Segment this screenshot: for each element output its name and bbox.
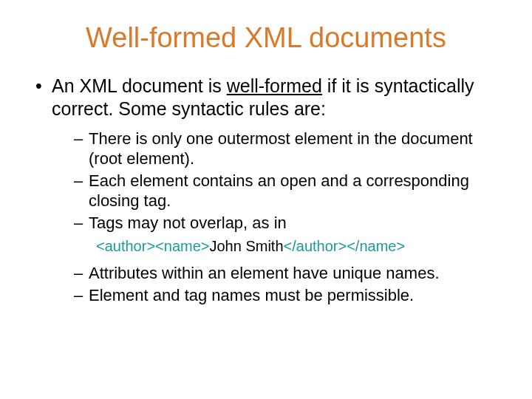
sub-item: Element and tag names must be permissibl… — [74, 285, 507, 306]
bullet-main: An XML document is well-formed if it is … — [35, 75, 507, 305]
xml-tag: </author> — [284, 238, 347, 254]
sub-list-2: Attributes within an element have unique… — [52, 263, 507, 305]
xml-text: John Smith — [209, 238, 283, 254]
xml-tag: <author> — [96, 238, 155, 254]
bullet-list: An XML document is well-formed if it is … — [22, 75, 510, 305]
sub-item: Tags may not overlap, as in — [74, 213, 507, 233]
code-example: <author><name>John Smith</author></name> — [96, 237, 507, 256]
sub-list-1: There is only one outermost element in t… — [52, 129, 507, 233]
bullet-pre: An XML document is — [52, 75, 227, 96]
sub-item: There is only one outermost element in t… — [74, 129, 507, 169]
bullet-underlined: well-formed — [227, 75, 322, 96]
sub-item: Each element contains an open and a corr… — [74, 171, 507, 211]
sub-item: Attributes within an element have unique… — [74, 263, 507, 284]
xml-tag: <name> — [155, 238, 209, 254]
xml-tag: </name> — [347, 238, 405, 254]
slide-title: Well-formed XML documents — [22, 22, 510, 54]
slide: Well-formed XML documents An XML documen… — [0, 0, 532, 399]
